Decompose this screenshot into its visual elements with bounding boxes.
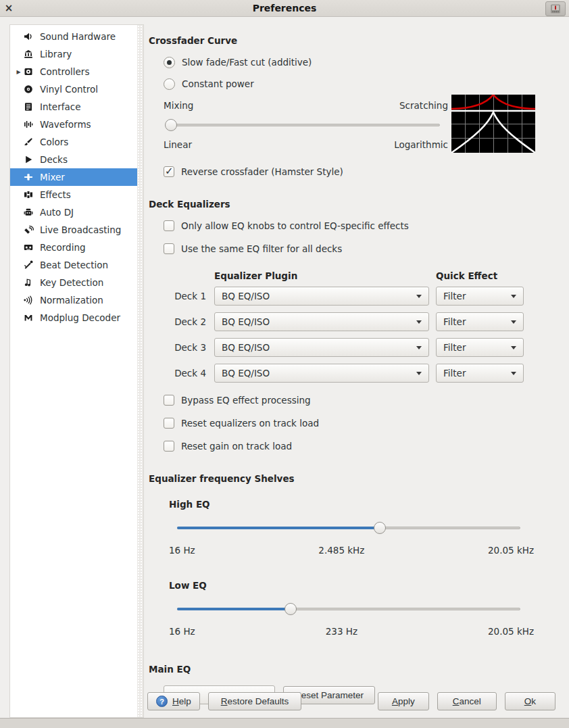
vinyl-icon bbox=[23, 84, 34, 95]
sidebar-item-label: Sound Hardware bbox=[40, 31, 116, 42]
low-eq-slider[interactable] bbox=[177, 603, 520, 615]
sidebar-item-key-detection[interactable]: Key Detection bbox=[10, 274, 137, 291]
checkbox-eq-knobs[interactable]: Only allow EQ knobs to control EQ-specif… bbox=[164, 219, 562, 233]
checkbox-bypass-eq[interactable]: Bypass EQ effect processing bbox=[164, 393, 562, 407]
checkbox-eq-knobs-control[interactable] bbox=[164, 220, 174, 231]
sidebar-item-label: Effects bbox=[40, 189, 71, 200]
close-icon[interactable]: × bbox=[0, 0, 18, 16]
sidebar-item-modplug-decoder[interactable]: Modplug Decoder bbox=[10, 309, 137, 326]
mixing-label: Mixing bbox=[164, 100, 193, 111]
checkbox-reset-gain[interactable]: Reset gain on track load bbox=[164, 439, 562, 453]
help-button[interactable]: ? Help bbox=[147, 692, 200, 710]
checkbox-reverse-label: Reverse crossfader (Hamster Style) bbox=[181, 166, 343, 177]
quick-effect-dropdown[interactable]: Filter bbox=[436, 287, 524, 306]
checkbox-reset-gain-control[interactable] bbox=[164, 441, 174, 452]
high-eq-max: 20.05 kHz bbox=[488, 545, 534, 556]
slider-track[interactable] bbox=[165, 124, 440, 126]
sidebar-item-label: Normalization bbox=[40, 295, 103, 306]
sidebar-scrollbar[interactable] bbox=[137, 24, 144, 718]
sidebar-item-auto-dj[interactable]: Auto DJ bbox=[10, 203, 137, 221]
restore-defaults-button[interactable]: Restore Defaults bbox=[208, 692, 302, 710]
chevron-down-icon bbox=[511, 346, 516, 349]
chevron-down-icon bbox=[511, 295, 516, 298]
sidebar-item-vinyl-control[interactable]: Vinyl Control bbox=[10, 80, 137, 98]
checkbox-bypass-control[interactable] bbox=[164, 395, 174, 406]
crossfader-curve-graph bbox=[451, 95, 535, 153]
deck-label: Deck 3 bbox=[169, 342, 207, 353]
equalizer-plugin-dropdown[interactable]: BQ EQ/ISO bbox=[214, 312, 429, 331]
sidebar-item-effects[interactable]: Effects bbox=[10, 186, 137, 203]
high-eq-min: 16 Hz bbox=[169, 545, 195, 556]
library-icon bbox=[23, 49, 34, 59]
sidebar-item-decks[interactable]: Decks bbox=[10, 151, 137, 168]
quick-effect-dropdown[interactable]: Filter bbox=[436, 364, 524, 383]
radio-slow-fade-control[interactable] bbox=[164, 57, 175, 68]
apply-button[interactable]: Apply bbox=[378, 692, 429, 710]
main-eq-section-title: Main EQ bbox=[149, 664, 562, 675]
cancel-button[interactable]: Cancel bbox=[437, 692, 497, 710]
sidebar-item-waveforms[interactable]: Waveforms bbox=[10, 116, 137, 133]
cassette-icon bbox=[23, 242, 34, 253]
effects-icon bbox=[23, 189, 34, 200]
radio-constant-power[interactable]: Constant power bbox=[164, 77, 562, 91]
sidebar-item-mixer[interactable]: Mixer bbox=[10, 168, 137, 186]
expander-arrow-icon[interactable]: ▶ bbox=[14, 69, 23, 75]
sidebar-item-beat-detection[interactable]: Beat Detection bbox=[10, 256, 137, 274]
low-eq-min: 16 Hz bbox=[169, 626, 195, 637]
high-eq-slider[interactable] bbox=[177, 522, 520, 534]
quick-effect-dropdown[interactable]: Filter bbox=[436, 338, 524, 357]
sidebar-item-label: Recording bbox=[40, 242, 86, 253]
sidebar-item-library[interactable]: Library bbox=[10, 45, 137, 63]
sidebar-item-colors[interactable]: Colors bbox=[10, 133, 137, 151]
slider-handle[interactable] bbox=[284, 603, 297, 615]
crossfader-curve-slider[interactable] bbox=[165, 119, 440, 131]
equalizer-plugin-dropdown[interactable]: BQ EQ/ISO bbox=[214, 338, 429, 357]
sidebar-item-label: Mixer bbox=[40, 172, 65, 183]
slider-handle[interactable] bbox=[374, 522, 386, 534]
checkbox-same-filter-label: Use the same EQ filter for all decks bbox=[181, 243, 342, 254]
satellite-icon bbox=[23, 224, 34, 235]
checkbox-reverse-crossfader[interactable]: Reverse crossfader (Hamster Style) bbox=[164, 165, 562, 178]
sidebar-item-label: Key Detection bbox=[40, 277, 103, 288]
sidebar-item-label: Vinyl Control bbox=[40, 84, 98, 95]
radio-slow-fade[interactable]: Slow fade/Fast cut (additive) bbox=[164, 55, 562, 69]
slider-fill bbox=[177, 527, 380, 529]
sidebar-item-normalization[interactable]: Normalization bbox=[10, 291, 137, 309]
deck-eq-row: Deck 1BQ EQ/ISOFilter bbox=[169, 287, 562, 306]
col-header-quick-effect: Quick Effect bbox=[436, 270, 524, 281]
combo-value: BQ EQ/ISO bbox=[222, 316, 270, 327]
quick-effect-dropdown[interactable]: Filter bbox=[436, 312, 524, 331]
sidebar-item-sound-hardware[interactable]: Sound Hardware bbox=[10, 28, 137, 45]
deck-eq-table: Equalizer Plugin Quick Effect Deck 1BQ E… bbox=[169, 270, 562, 383]
modplug-icon bbox=[23, 312, 34, 323]
ok-button[interactable]: Ok bbox=[505, 692, 555, 710]
deck-eq-row: Deck 2BQ EQ/ISOFilter bbox=[169, 312, 562, 331]
title-bar: × Preferences bbox=[0, 0, 569, 17]
interface-icon bbox=[23, 101, 34, 112]
high-eq-value: 2.485 kHz bbox=[318, 545, 364, 556]
checkbox-same-filter-control[interactable] bbox=[164, 243, 174, 254]
equalizer-plugin-dropdown[interactable]: BQ EQ/ISO bbox=[214, 287, 429, 306]
drumstick-icon bbox=[23, 260, 34, 270]
sidebar-item-recording[interactable]: Recording bbox=[10, 239, 137, 256]
sidebar-item-interface[interactable]: Interface bbox=[10, 98, 137, 116]
app-icon[interactable] bbox=[545, 1, 566, 16]
checkbox-same-filter[interactable]: Use the same EQ filter for all decks bbox=[164, 242, 562, 256]
sidebar-item-controllers[interactable]: ▶Controllers bbox=[10, 63, 137, 80]
checkbox-reverse-control[interactable] bbox=[164, 166, 174, 177]
crossfader-section-title: Crossfader Curve bbox=[149, 35, 562, 46]
chevron-down-icon bbox=[511, 372, 516, 375]
radio-constant-power-control[interactable] bbox=[164, 78, 175, 90]
equalizer-plugin-dropdown[interactable]: BQ EQ/ISO bbox=[214, 364, 429, 383]
logarithmic-label: Logarithmic bbox=[394, 139, 448, 150]
checkbox-reset-eq[interactable]: Reset equalizers on track load bbox=[164, 416, 562, 430]
combo-value: Filter bbox=[443, 291, 466, 301]
slider-handle[interactable] bbox=[165, 119, 177, 131]
checkbox-reset-gain-label: Reset gain on track load bbox=[181, 441, 292, 452]
checkbox-reset-eq-control[interactable] bbox=[164, 418, 174, 429]
combo-value: BQ EQ/ISO bbox=[222, 368, 270, 379]
combo-value: BQ EQ/ISO bbox=[222, 291, 270, 301]
sidebar-item-live-broadcasting[interactable]: Live Broadcasting bbox=[10, 221, 137, 239]
eq-shelves-section-title: Equalizer frequency Shelves bbox=[149, 473, 562, 484]
slider-fill bbox=[177, 608, 291, 610]
